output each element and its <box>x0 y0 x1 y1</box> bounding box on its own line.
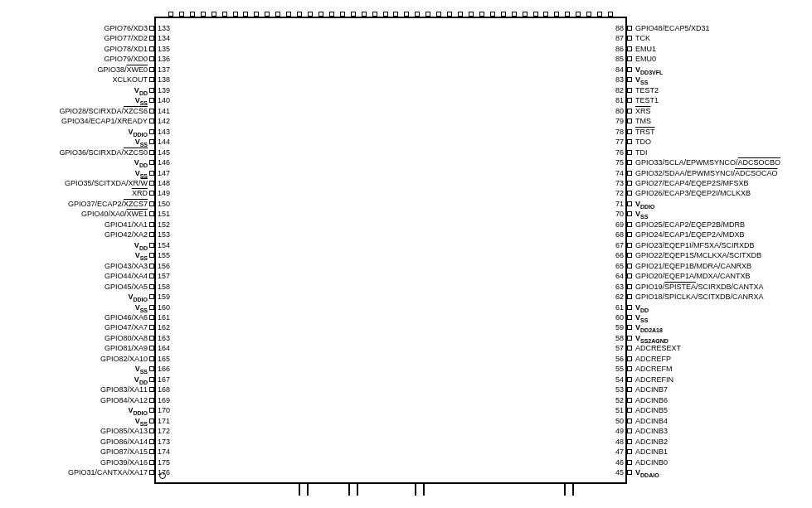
pin-number: 47 <box>615 448 624 456</box>
pin-number: 52 <box>615 396 624 404</box>
pin-label: GPIO33/SCLA/EPWMSYNCO/ADCSOCBO <box>635 158 780 167</box>
pin-number: 76 <box>615 148 624 157</box>
pin-label: GPIO78/XD1 <box>104 45 148 53</box>
left-pin-tick <box>149 253 154 258</box>
pin-number: 155 <box>158 251 170 259</box>
top-pin-tick <box>340 12 345 17</box>
right-pin-tick <box>627 460 632 465</box>
left-pin-tick <box>149 387 154 392</box>
pin-label: GPIO37/ECAP2/XZCS7 <box>68 200 148 208</box>
pin-number: 82 <box>615 86 624 94</box>
top-pin-tick <box>190 12 195 17</box>
pin-label: GPIO43/XA3 <box>105 262 148 270</box>
right-pin-tick <box>627 36 632 41</box>
pin-number: 50 <box>615 417 624 425</box>
pin-label: GPIO45/XA5 <box>105 283 148 291</box>
pin-number: 60 <box>615 313 624 322</box>
pin-label: ADCINB2 <box>635 438 668 446</box>
pin-label: EMU0 <box>635 55 656 63</box>
right-pin-tick <box>627 470 632 475</box>
right-pin-tick <box>627 418 632 423</box>
left-pin-tick <box>149 160 154 165</box>
left-pin-tick <box>149 129 154 134</box>
left-pin-tick <box>149 67 154 72</box>
pin-label: GPIO84/XA12 <box>100 396 148 404</box>
pin-number: 136 <box>158 55 170 63</box>
top-pin-tick <box>265 12 270 17</box>
pin-label: GPIO83/XA11 <box>100 385 148 394</box>
top-pin-tick <box>201 12 206 17</box>
right-pin-tick <box>627 201 632 206</box>
right-pin-tick <box>627 160 632 165</box>
pin-number: 57 <box>615 344 624 352</box>
pin-number: 165 <box>158 355 170 363</box>
left-pin-tick <box>149 408 154 413</box>
right-pin-tick <box>627 232 632 237</box>
right-pin-tick <box>627 253 632 258</box>
top-pin-tick <box>275 12 280 17</box>
top-pin-tick <box>469 12 474 17</box>
pin-number: 54 <box>615 375 624 384</box>
pin-number: 49 <box>615 427 624 435</box>
top-pin-tick <box>372 12 377 17</box>
pin-number: 168 <box>158 385 170 394</box>
pin-label: GPIO34/ECAP1/XREADY <box>61 117 148 125</box>
right-pin-tick <box>627 305 632 310</box>
pin-label: ADCINB5 <box>635 406 668 414</box>
left-pin-tick <box>149 284 154 289</box>
top-pin-tick <box>501 12 506 17</box>
pin-number: 53 <box>615 385 624 394</box>
left-pin-tick <box>149 325 154 330</box>
left-pin-tick <box>149 439 154 444</box>
top-pin-tick <box>308 12 313 17</box>
pin-label: GPIO44/XA4 <box>105 272 148 280</box>
left-pin-tick <box>149 201 154 206</box>
pin-number: 73 <box>615 179 624 187</box>
pin-number: 174 <box>158 448 170 456</box>
pin-number: 46 <box>615 458 624 467</box>
right-pin-tick <box>627 284 632 289</box>
left-pin-tick <box>149 398 154 403</box>
top-pin-tick <box>286 12 291 17</box>
pin-label: GPIO18/SPICLKA/SCITXDB/CANRXA <box>635 293 764 301</box>
pin-number: 56 <box>615 355 624 363</box>
left-pin-tick <box>149 294 154 299</box>
top-pin-tick <box>554 12 559 17</box>
pin-label: XRD <box>132 189 148 197</box>
pin-label: GPIO46/XA6 <box>105 313 148 322</box>
right-pin-tick <box>627 67 632 72</box>
pin-label: ADCREFM <box>635 365 673 373</box>
left-pin-tick <box>149 171 154 176</box>
pin-number: 162 <box>158 323 170 331</box>
pin-number: 163 <box>158 334 170 342</box>
pin-label: GPIO24/ECAP1/EQEP2A/MDXB <box>635 230 745 239</box>
right-pin-tick <box>627 408 632 413</box>
left-pin-tick <box>149 150 154 155</box>
right-pin-tick <box>627 264 632 269</box>
pin-label: GPIO36/SCIRXDA/XZCS0 <box>59 148 148 157</box>
bottom-pin-tick <box>299 484 300 496</box>
left-pin-tick <box>149 470 154 475</box>
right-pin-tick <box>627 222 632 227</box>
pin-label: ADCREFIN <box>635 375 673 384</box>
right-pin-tick <box>627 439 632 444</box>
right-pin-tick <box>627 129 632 134</box>
pin-label: GPIO38/XWE0 <box>97 65 148 74</box>
pin-label: GPIO25/ECAP2/EQEP2B/MDRB <box>635 220 745 229</box>
pin-label: TCK <box>635 34 650 42</box>
pin-number: 71 <box>615 200 624 208</box>
pin-number: 69 <box>615 220 624 229</box>
pin-number: 59 <box>615 323 624 331</box>
pin-number: 171 <box>158 417 170 425</box>
pin-number: 63 <box>615 283 624 291</box>
left-pin-tick <box>149 211 154 216</box>
top-pin-tick <box>297 12 302 17</box>
pin-number: 78 <box>615 128 624 136</box>
top-pin-tick <box>597 12 602 17</box>
pin-label: GPIO86/XA14 <box>100 438 148 446</box>
pin-number: 138 <box>158 75 170 84</box>
left-pin-tick <box>149 46 154 51</box>
pin-label: GPIO47/XA7 <box>105 323 148 331</box>
top-pin-tick <box>179 12 184 17</box>
pin-label: GPIO80/XA8 <box>105 334 148 342</box>
